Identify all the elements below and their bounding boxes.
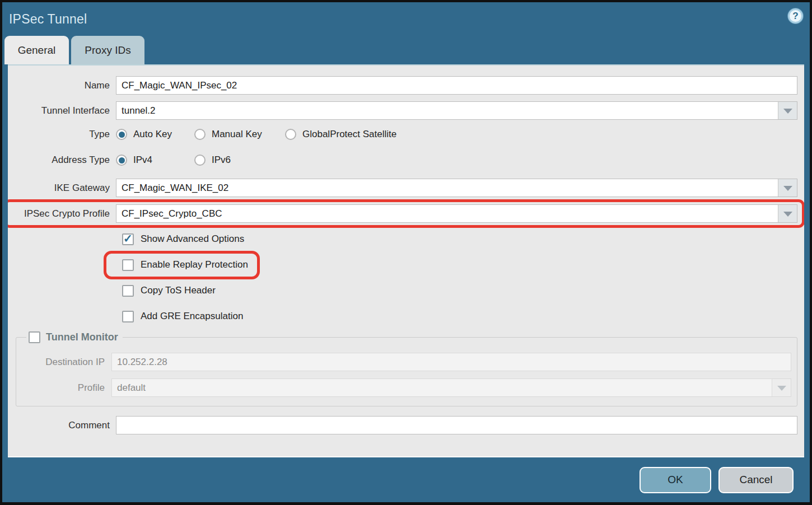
general-tab-panel: Name Tunnel Interface Type Auto Key bbox=[8, 64, 804, 457]
comment-row: Comment bbox=[8, 416, 804, 434]
help-icon-glyph: ? bbox=[792, 11, 798, 21]
radio-auto-key[interactable] bbox=[116, 129, 127, 140]
tab-proxy-ids[interactable]: Proxy IDs bbox=[71, 36, 144, 64]
radio-globalprotect-satellite[interactable] bbox=[285, 129, 296, 140]
radio-ipv4-label: IPv4 bbox=[133, 155, 152, 166]
ipsec-tunnel-dialog: IPSec Tunnel ? General Proxy IDs Name Tu… bbox=[2, 2, 810, 502]
profile-input bbox=[111, 378, 791, 397]
comment-input[interactable] bbox=[116, 416, 797, 434]
ipsec-crypto-profile-input[interactable] bbox=[116, 204, 797, 223]
show-advanced-options-label: Show Advanced Options bbox=[141, 233, 244, 245]
enable-replay-protection-checkbox[interactable] bbox=[122, 259, 134, 271]
name-input[interactable] bbox=[116, 76, 797, 95]
type-row: Type Auto Key Manual Key GlobalProtect S… bbox=[8, 129, 804, 140]
profile-row: Profile bbox=[23, 378, 791, 397]
help-icon[interactable]: ? bbox=[788, 8, 803, 24]
destination-ip-row: Destination IP bbox=[23, 353, 791, 371]
ike-gateway-label: IKE Gateway bbox=[8, 183, 116, 194]
ok-button[interactable]: OK bbox=[640, 467, 711, 493]
name-row: Name bbox=[8, 76, 804, 95]
radio-ipv6[interactable] bbox=[194, 155, 206, 166]
cancel-button[interactable]: Cancel bbox=[718, 467, 794, 493]
dialog-footer: OK Cancel bbox=[2, 457, 810, 502]
copy-tos-header-label: Copy ToS Header bbox=[141, 285, 216, 296]
tunnel-monitor-label: Tunnel Monitor bbox=[46, 331, 118, 343]
tunnel-interface-input[interactable] bbox=[116, 101, 797, 120]
radio-ipv6-label: IPv6 bbox=[212, 155, 231, 166]
ipsec-crypto-profile-row: IPSec Crypto Profile bbox=[8, 204, 804, 223]
show-advanced-options-row: Show Advanced Options bbox=[8, 232, 804, 246]
destination-ip-label: Destination IP bbox=[23, 357, 111, 368]
add-gre-encapsulation-label: Add GRE Encapsulation bbox=[141, 311, 243, 322]
tunnel-interface-row: Tunnel Interface bbox=[8, 101, 804, 120]
copy-tos-header-checkbox[interactable] bbox=[122, 285, 134, 297]
name-label: Name bbox=[8, 80, 116, 91]
radio-manual-key[interactable] bbox=[194, 129, 206, 140]
ipsec-crypto-profile-dropdown-button[interactable] bbox=[778, 205, 797, 222]
comment-label: Comment bbox=[8, 420, 116, 431]
radio-auto-key-label: Auto Key bbox=[133, 129, 172, 140]
address-type-label: Address Type bbox=[8, 155, 116, 166]
add-gre-encapsulation-checkbox[interactable] bbox=[122, 311, 134, 322]
ike-gateway-dropdown-button[interactable] bbox=[778, 179, 797, 197]
tunnel-monitor-legend: Tunnel Monitor bbox=[26, 331, 123, 343]
tunnel-monitor-section: Tunnel Monitor Destination IP Profile bbox=[16, 331, 797, 406]
add-gre-encapsulation-row: Add GRE Encapsulation bbox=[8, 309, 804, 324]
ike-gateway-input[interactable] bbox=[116, 179, 797, 197]
enable-replay-protection-row: Enable Replay Protection bbox=[8, 258, 804, 272]
radio-manual-key-label: Manual Key bbox=[212, 129, 262, 140]
tunnel-interface-dropdown-button[interactable] bbox=[778, 102, 797, 119]
type-label: Type bbox=[8, 129, 116, 140]
address-type-row: Address Type IPv4 IPv6 bbox=[8, 155, 804, 166]
tunnel-interface-label: Tunnel Interface bbox=[8, 105, 116, 116]
tunnel-monitor-checkbox[interactable] bbox=[29, 331, 40, 343]
radio-ipv4[interactable] bbox=[116, 155, 127, 166]
show-advanced-options-checkbox[interactable] bbox=[122, 233, 134, 245]
profile-label: Profile bbox=[23, 382, 111, 394]
ipsec-crypto-profile-label: IPSec Crypto Profile bbox=[8, 208, 116, 219]
tab-general[interactable]: General bbox=[4, 36, 69, 64]
ike-gateway-row: IKE Gateway bbox=[8, 179, 804, 197]
profile-dropdown-button bbox=[772, 379, 791, 396]
copy-tos-header-row: Copy ToS Header bbox=[8, 283, 804, 298]
enable-replay-protection-label: Enable Replay Protection bbox=[141, 259, 248, 270]
tab-bar: General Proxy IDs bbox=[2, 36, 810, 64]
dialog-title: IPSec Tunnel bbox=[9, 12, 87, 27]
destination-ip-input bbox=[111, 353, 791, 371]
radio-globalprotect-satellite-label: GlobalProtect Satellite bbox=[302, 129, 396, 140]
dialog-titlebar: IPSec Tunnel ? bbox=[2, 2, 810, 36]
